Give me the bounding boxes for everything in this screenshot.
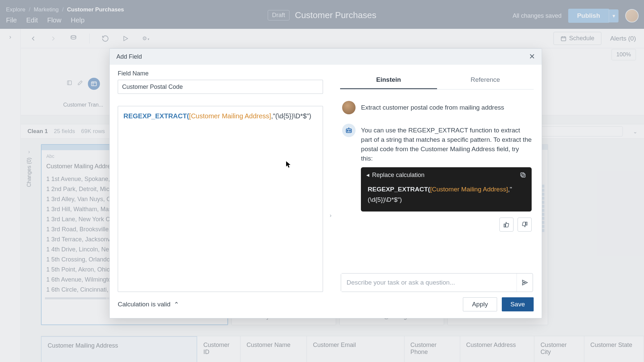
einstein-prompt-input[interactable] [341, 274, 517, 292]
grid-col-state[interactable]: Customer State [584, 336, 644, 362]
prompt-input-row [341, 273, 533, 292]
dialog-title: Add Field [116, 53, 142, 60]
back-icon[interactable] [29, 34, 38, 43]
node-main-icon[interactable] [88, 78, 100, 90]
grid-col-city[interactable]: Customer City [534, 336, 584, 362]
schedule-button[interactable]: Schedule [553, 32, 601, 45]
calculation-editor[interactable]: REGEXP_EXTRACT([Customer Mailing Address… [118, 106, 323, 292]
breadcrumb-explore[interactable]: Explore [6, 6, 25, 13]
svg-rect-3 [92, 82, 97, 86]
feedback-row [361, 218, 532, 232]
svg-point-0 [71, 35, 76, 37]
grid-col-phone[interactable]: Customer Phone [405, 336, 460, 362]
calc-pattern: ,"(\d{5})\D*$") [271, 112, 311, 120]
bot-message-text: You can use the REGEXP_EXTRACT function … [361, 124, 532, 163]
dialog-titlebar: Add Field ✕ [110, 49, 542, 65]
field-name-input[interactable] [118, 80, 323, 94]
calendar-icon [560, 36, 567, 42]
alerts-link[interactable]: Alerts (0) [610, 35, 636, 42]
changes-expand-icon[interactable]: › [28, 149, 30, 155]
forward-icon [49, 34, 58, 43]
copy-icon[interactable] [520, 172, 526, 178]
step-options-icon[interactable]: ⌄ [633, 128, 637, 135]
left-rail: › [0, 29, 21, 362]
settings-icon[interactable]: ⚙▾ [141, 34, 150, 43]
app-header: Explore/ Marketing/ Customer Purchases F… [0, 0, 644, 29]
type-label: Abc [46, 154, 54, 159]
zoom-indicator[interactable]: 100% [611, 49, 636, 60]
step-title: Clean 1 [28, 128, 48, 135]
node-action-icon[interactable] [66, 80, 74, 88]
tab-reference[interactable]: Reference [437, 72, 534, 89]
flow-node[interactable]: Customer Tran... [66, 78, 100, 90]
bot-message: You can use the REGEXP_EXTRACT function … [342, 124, 532, 232]
publish-dropdown[interactable]: ▾ [609, 9, 619, 22]
apply-button[interactable]: Apply [463, 297, 497, 311]
close-icon[interactable]: ✕ [529, 52, 535, 61]
grid-col-name[interactable]: Customer Name [240, 336, 307, 362]
code-fn: REGEXP_EXTRACT( [368, 186, 430, 193]
node-label: Customer Tran... [56, 102, 110, 108]
step-fields: 25 fields [54, 128, 75, 135]
menu-help[interactable]: Help [71, 16, 85, 24]
grid-col-address[interactable]: Customer Mailing Address [41, 336, 197, 362]
code-field: [Customer Mailing Address] [430, 186, 508, 193]
refresh-icon[interactable] [101, 34, 110, 43]
einstein-chat: Extract customer postal code from mailin… [340, 89, 534, 271]
node-edit-icon[interactable] [77, 80, 85, 88]
svg-rect-1 [561, 37, 566, 41]
card-title: Customer Mailing Address [46, 163, 117, 170]
field-name-label: Field Name [118, 70, 323, 77]
changes-panel-label[interactable]: Changes (0) [26, 158, 32, 187]
bot-avatar-icon [342, 124, 356, 137]
svg-rect-7 [522, 174, 525, 177]
svg-point-6 [350, 130, 351, 131]
menu-edit[interactable]: Edit [26, 16, 38, 24]
calc-function: REGEXP_EXTRACT [123, 112, 187, 120]
calc-field-ref: [Customer Mailing Address] [189, 112, 271, 120]
data-grid-header: Customer Mailing Address Customer ID Cus… [41, 336, 644, 362]
svg-rect-8 [521, 173, 524, 176]
menu-file[interactable]: File [6, 16, 17, 24]
cursor-icon [286, 161, 291, 168]
breadcrumb-current: Customer Purchases [67, 6, 124, 13]
validation-text: Calculation is valid [118, 301, 170, 308]
add-field-dialog: Add Field ✕ Field Name REGEXP_EXTRACT([C… [109, 48, 542, 318]
insert-icon[interactable]: ◂ [366, 171, 369, 179]
thumbs-up-button[interactable] [499, 218, 514, 232]
thumbs-down-button[interactable] [518, 218, 532, 232]
user-message: Extract customer postal code from mailin… [342, 101, 532, 114]
expand-rail-icon[interactable]: › [9, 34, 11, 41]
send-button[interactable] [517, 274, 533, 292]
publish-button[interactable]: Publish [568, 9, 609, 23]
panel-toggle-icon[interactable]: › [329, 213, 332, 219]
code-snippet: REGEXP_EXTRACT([Customer Mailing Address… [361, 183, 532, 212]
help-tabs: Einstein Reference [340, 72, 534, 89]
toolbar: ⚙▾ Schedule Alerts (0) [21, 29, 644, 48]
tab-einstein[interactable]: Einstein [340, 72, 437, 89]
svg-point-5 [347, 130, 348, 131]
step-rows: 69K rows [81, 128, 105, 135]
replace-calculation-button[interactable]: Replace calculation [372, 172, 424, 179]
save-button[interactable]: Save [502, 297, 534, 311]
svg-rect-2 [67, 81, 71, 85]
validation-message[interactable]: Calculation is valid ⌃ [118, 301, 179, 308]
run-icon[interactable] [121, 34, 130, 43]
user-avatar[interactable] [625, 9, 639, 22]
grid-col-email[interactable]: Customer Email [307, 336, 405, 362]
grid-col-id[interactable]: Customer ID [197, 336, 240, 362]
user-message-text: Extract customer postal code from mailin… [361, 101, 504, 114]
grid-col-addr2[interactable]: Customer Address [460, 336, 535, 362]
draft-badge: Draft [268, 10, 289, 20]
user-avatar-icon [342, 101, 356, 114]
page-title: Customer Purchases [295, 10, 376, 20]
save-status: All changes saved [513, 12, 561, 19]
menu-flow[interactable]: Flow [47, 16, 61, 24]
data-icon[interactable] [69, 34, 78, 43]
schedule-label: Schedule [569, 35, 594, 42]
suggestion-block: ◂ Replace calculation REGEXP_EXTRACT([Cu… [361, 167, 532, 212]
chevron-up-icon: ⌃ [174, 301, 179, 308]
breadcrumb-marketing[interactable]: Marketing [34, 6, 59, 13]
